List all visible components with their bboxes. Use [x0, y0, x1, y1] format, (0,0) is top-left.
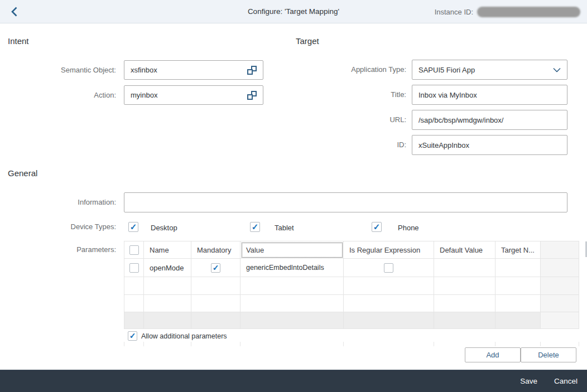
filler-cell: [144, 312, 191, 329]
row-spacer-cell: [541, 277, 579, 295]
check-icon: ✓: [373, 222, 381, 231]
row-spacer-cell: [541, 312, 579, 329]
allow-additional-parameters-label: Allow additional parameters: [141, 332, 227, 340]
value-help-front-square: [247, 94, 253, 100]
row-select-cell: [124, 259, 144, 277]
filler-cell: [434, 312, 495, 329]
empty-cell: [240, 277, 344, 295]
filler-cell: [191, 312, 240, 329]
empty-cell: [240, 295, 344, 312]
empty-cell: [434, 342, 495, 346]
checkbox-desktop[interactable]: ✓: [128, 222, 138, 232]
url-label: URL:: [290, 110, 406, 130]
title-input[interactable]: [412, 85, 567, 105]
empty-cell: [144, 295, 191, 312]
intent-section-heading: Intent: [8, 36, 29, 46]
param-default-value-cell[interactable]: [434, 259, 495, 277]
empty-cell: [144, 342, 191, 346]
parameter-row-openmode: openMode ✓ genericEmbedIntoDetails: [124, 259, 579, 277]
action-input[interactable]: [124, 85, 263, 105]
empty-cell: [344, 295, 434, 312]
empty-cell: [191, 342, 240, 346]
chevron-down-icon: [553, 66, 561, 74]
param-name-cell[interactable]: openMode: [144, 259, 191, 277]
empty-cell: [124, 277, 144, 295]
parameter-row-empty: [124, 277, 579, 295]
filler-cell: [240, 312, 344, 329]
semantic-object-label: Semantic Object:: [0, 60, 116, 80]
semantic-object-input[interactable]: [124, 60, 263, 80]
column-header-default-value: Default Value: [434, 241, 495, 259]
device-type-tablet-label: Tablet: [275, 224, 294, 232]
empty-cell: [240, 342, 344, 346]
id-input[interactable]: [412, 135, 567, 155]
is-regex-checkbox[interactable]: [384, 263, 393, 273]
empty-cell: [124, 342, 144, 346]
empty-cell: [344, 277, 434, 295]
row-select-checkbox[interactable]: [129, 263, 139, 273]
empty-cell: [541, 342, 579, 346]
empty-cell: [495, 277, 541, 295]
select-all-checkbox[interactable]: [129, 245, 139, 255]
column-header-name: Name: [144, 241, 191, 259]
value-help-icon[interactable]: [247, 91, 257, 100]
filler-cell: [124, 312, 144, 329]
checkbox-tablet[interactable]: ✓: [250, 222, 260, 232]
information-input[interactable]: [124, 192, 567, 212]
allow-additional-parameters-checkbox[interactable]: ✓: [128, 331, 137, 341]
header-bar: Configure: 'Target Mapping' Instance ID:: [0, 0, 587, 23]
device-type-desktop-label: Desktop: [151, 224, 177, 232]
action-label: Action:: [0, 85, 116, 105]
check-icon: ✓: [213, 264, 219, 272]
param-target-name-cell[interactable]: [495, 259, 541, 277]
row-spacer-cell: [541, 259, 579, 277]
application-type-label: Application Type:: [290, 60, 406, 80]
mandatory-checkbox[interactable]: ✓: [211, 263, 220, 273]
select-all-cell: [124, 241, 144, 259]
empty-cell: [344, 342, 434, 346]
column-header-value[interactable]: Value: [240, 241, 344, 259]
value-help-front-square: [247, 69, 253, 75]
checkbox-phone[interactable]: ✓: [372, 222, 382, 232]
url-input[interactable]: [412, 110, 567, 130]
column-header-target-name: Target N...: [495, 241, 541, 259]
empty-cell: [191, 295, 240, 312]
cancel-button[interactable]: Cancel: [554, 377, 578, 385]
save-button[interactable]: Save: [520, 377, 537, 385]
clipped-table-row: [124, 342, 579, 346]
empty-cell: [495, 342, 541, 346]
filler-cell: [344, 312, 434, 329]
parameter-row-filler: [124, 312, 579, 329]
instance-id-redacted-value: [477, 7, 580, 17]
value-help-icon[interactable]: [247, 66, 257, 75]
column-header-mandatory: Mandatory: [191, 241, 240, 259]
delete-button[interactable]: Delete: [521, 347, 576, 362]
target-section-heading: Target: [296, 36, 319, 46]
empty-cell: [434, 277, 495, 295]
row-spacer-cell: [541, 295, 579, 312]
parameters-table-header-row: Name Mandatory Value Is Regular Expressi…: [124, 241, 579, 259]
application-type-value: SAPUI5 Fiori App: [418, 66, 475, 74]
parameter-row-empty: [124, 295, 579, 312]
param-value-cell[interactable]: genericEmbedIntoDetails: [240, 259, 344, 277]
empty-cell: [434, 295, 495, 312]
check-icon: ✓: [130, 222, 137, 231]
application-type-select[interactable]: SAPUI5 Fiori App: [412, 60, 567, 80]
title-label: Title:: [290, 85, 406, 105]
parameters-label: Parameters:: [0, 241, 116, 258]
device-type-phone-label: Phone: [398, 224, 419, 232]
filler-cell: [495, 312, 541, 329]
check-icon: ✓: [252, 222, 259, 231]
column-header-is-regular-expression: Is Regular Expression: [344, 241, 434, 259]
information-label: Information:: [0, 192, 116, 212]
check-icon: ✓: [129, 332, 136, 340]
column-header-spacer: [541, 241, 579, 259]
add-button[interactable]: Add: [465, 347, 521, 362]
id-label: ID:: [290, 135, 406, 155]
configure-target-mapping-dialog: Configure: 'Target Mapping' Instance ID:…: [0, 0, 587, 392]
parameters-table: Name Mandatory Value Is Regular Expressi…: [124, 241, 579, 329]
empty-cell: [144, 277, 191, 295]
instance-id-label: Instance ID:: [435, 8, 473, 16]
allow-additional-parameters-row: ✓ Allow additional parameters: [128, 331, 227, 341]
footer-bar: Save Cancel: [0, 370, 587, 392]
